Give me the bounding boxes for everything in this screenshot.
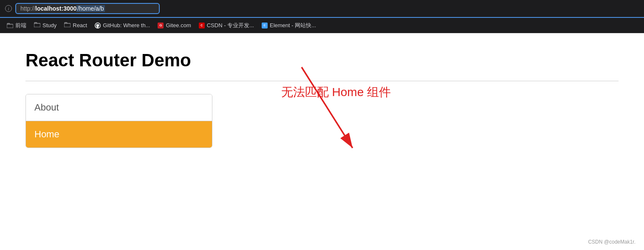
- url-prefix: http://: [20, 5, 35, 12]
- url-path[interactable]: /home/a/b: [76, 5, 105, 12]
- bookmark-csdn[interactable]: C CSDN - 专业开发...: [195, 20, 257, 31]
- bookmark-react[interactable]: React: [61, 21, 90, 30]
- divider: [25, 81, 619, 81]
- folder-icon: [64, 22, 71, 28]
- github-icon: [95, 23, 101, 28]
- bookmarks-bar: 前端 Study React GitHub: Where th... G Git…: [0, 18, 644, 33]
- annotation-text: 无法匹配 Home 组件: [281, 84, 391, 100]
- gitee-icon: G: [158, 23, 164, 28]
- folder-icon: [7, 23, 13, 28]
- bookmark-label: Gitee.com: [166, 22, 191, 28]
- page-title: React Router Demo: [25, 50, 619, 71]
- info-icon: i: [5, 5, 12, 12]
- bookmark-qianduan[interactable]: 前端: [3, 20, 30, 31]
- svg-rect-1: [34, 23, 40, 27]
- bookmark-gitee[interactable]: G Gitee.com: [154, 21, 194, 30]
- nav-item-home[interactable]: Home: [26, 121, 212, 148]
- bookmark-label: React: [73, 22, 87, 28]
- url-host: localhost:3000: [35, 5, 76, 12]
- element-icon: E: [262, 23, 268, 28]
- folder-icon: [34, 22, 40, 28]
- bookmark-github[interactable]: GitHub: Where th...: [91, 21, 153, 30]
- browser-chrome: i http://localhost:3000/home/a/b 前端 Stud…: [0, 0, 644, 33]
- svg-rect-2: [64, 23, 71, 27]
- svg-rect-0: [7, 24, 13, 28]
- address-bar: i http://localhost:3000/home/a/b: [0, 0, 644, 18]
- svg-line-5: [302, 67, 353, 148]
- bookmark-label: CSDN - 专业开发...: [207, 22, 254, 29]
- bookmark-study[interactable]: Study: [31, 21, 60, 30]
- nav-box: About Home: [25, 94, 212, 148]
- bookmark-label: 前端: [15, 22, 26, 29]
- nav-item-about[interactable]: About: [26, 94, 212, 121]
- bookmark-label: GitHub: Where th...: [103, 22, 150, 28]
- bookmark-element[interactable]: E Element - 网站快...: [258, 20, 319, 31]
- bookmark-label: Study: [42, 22, 56, 28]
- bookmark-label: Element - 网站快...: [270, 22, 316, 29]
- page-content: React Router Demo About Home 无法匹配 Home 组…: [0, 33, 644, 224]
- csdn-icon: C: [199, 23, 205, 28]
- watermark: CSDN @codeMak1r.: [588, 239, 636, 245]
